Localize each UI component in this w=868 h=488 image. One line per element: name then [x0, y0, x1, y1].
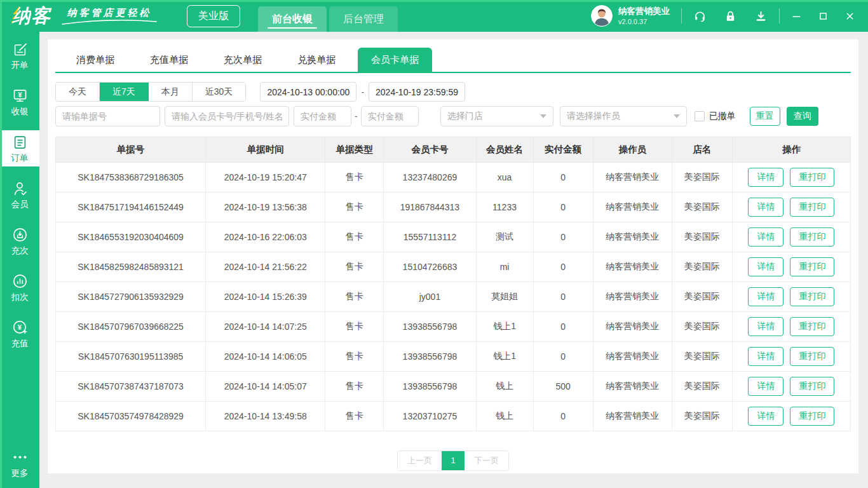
- end-date-input[interactable]: [369, 82, 465, 102]
- cell-order_no: SK1847517194146152449: [56, 193, 206, 222]
- reprint-button[interactable]: 重打印: [790, 227, 834, 247]
- sidebar-item-label: 会员: [11, 199, 29, 210]
- window-border-top: [0, 0, 868, 2]
- detail-button[interactable]: 详情: [748, 287, 783, 306]
- reprint-button[interactable]: 重打印: [790, 198, 834, 217]
- detail-button[interactable]: 详情: [748, 257, 783, 276]
- quick-range-button[interactable]: 本月: [149, 83, 193, 101]
- detail-button[interactable]: 详情: [748, 377, 783, 396]
- detail-button[interactable]: 详情: [748, 168, 783, 187]
- user-info[interactable]: 纳客营销美业 v2.0.0.37: [591, 5, 670, 27]
- reprint-button[interactable]: 重打印: [790, 347, 834, 366]
- amount-min-input[interactable]: [294, 106, 351, 126]
- tab-consume[interactable]: 消费单据: [63, 48, 128, 72]
- maximize-button[interactable]: [818, 11, 829, 22]
- app-slogan-block: 纳客管店更轻松: [61, 7, 158, 25]
- member-icon: [11, 180, 29, 197]
- close-button[interactable]: [844, 11, 855, 22]
- cell-order_no: SK1845825982485893121: [56, 252, 206, 282]
- download-button[interactable]: [754, 10, 768, 23]
- reprint-button[interactable]: 重打印: [790, 377, 834, 396]
- detail-button[interactable]: 详情: [748, 407, 783, 426]
- cell-member: xua: [476, 163, 533, 193]
- cell-amount: 0: [533, 163, 593, 193]
- reprint-button[interactable]: 重打印: [790, 168, 834, 187]
- order-no-input[interactable]: [55, 106, 160, 126]
- member-search-input[interactable]: [165, 106, 289, 126]
- detail-button[interactable]: 详情: [748, 347, 783, 366]
- search-filter-row: - 选择门店 请选择操作员 已撤单 重置 查询: [55, 106, 851, 126]
- column-header: 会员姓名: [476, 137, 533, 163]
- quick-range-button[interactable]: 近30天: [193, 83, 246, 101]
- cell-operator: 纳客营销美业: [593, 252, 672, 282]
- detail-button[interactable]: 详情: [748, 198, 783, 217]
- titlebar-icons: [693, 10, 768, 23]
- sidebar-item-deduct-times[interactable]: 扣次: [0, 269, 39, 306]
- cell-operator: 纳客营销美业: [593, 282, 672, 312]
- operator-select[interactable]: 请选择操作员: [560, 106, 687, 126]
- cell-actions: 详情重打印: [732, 312, 850, 342]
- app-logo: 纳客: [11, 6, 51, 25]
- next-page-button[interactable]: 下一页: [465, 451, 508, 470]
- recharge-times-icon: [11, 226, 29, 243]
- cell-amount: 0: [533, 252, 593, 282]
- reprint-button[interactable]: 重打印: [790, 407, 834, 426]
- cell-time: 2024-10-14 14:05:07: [206, 372, 325, 402]
- date-range-separator: -: [361, 87, 364, 97]
- column-header: 店名: [672, 137, 732, 163]
- minimize-button[interactable]: [791, 11, 802, 22]
- sidebar: 开单¥收银订单会员充次扣次¥充值更多: [0, 32, 39, 488]
- tab-member-card[interactable]: 会员卡单据: [358, 48, 432, 72]
- current-page-button[interactable]: 1: [442, 451, 465, 470]
- sidebar-item-recharge[interactable]: ¥充值: [0, 316, 39, 352]
- prev-page-button[interactable]: 上一页: [398, 451, 442, 470]
- sidebar-item-label: 收银: [11, 106, 29, 118]
- tab-recharge[interactable]: 充值单据: [137, 48, 201, 72]
- edition-badge[interactable]: 美业版: [187, 5, 240, 27]
- sidebar-item-label: 充次: [11, 245, 29, 257]
- sidebar-item-billing[interactable]: 开单: [0, 37, 39, 74]
- cell-order_no: SK1846553192030404609: [56, 222, 206, 252]
- maximize-icon: [818, 11, 829, 22]
- store-select[interactable]: 选择门店: [440, 106, 553, 126]
- sidebar-item-recharge-times[interactable]: 充次: [0, 223, 39, 259]
- column-header: 单据号: [56, 137, 206, 163]
- nav-tab-back-manage[interactable]: 后台管理: [329, 6, 398, 32]
- start-date-input[interactable]: [260, 82, 356, 102]
- sidebar-item-label: 充值: [11, 338, 29, 349]
- cell-operator: 纳客营销美业: [593, 193, 672, 222]
- revoked-checkbox[interactable]: [695, 111, 705, 121]
- reprint-button[interactable]: 重打印: [790, 287, 834, 306]
- cell-actions: 详情重打印: [732, 342, 850, 372]
- quick-range-button[interactable]: 近7天: [100, 83, 149, 101]
- column-header: 单据时间: [206, 137, 325, 163]
- cell-card_no: 13938556798: [384, 342, 476, 372]
- tab-exchange[interactable]: 兑换单据: [284, 48, 349, 72]
- sidebar-item-cashier[interactable]: ¥收银: [0, 84, 39, 120]
- customer-service-button[interactable]: [693, 10, 707, 23]
- sidebar-item-orders[interactable]: 订单: [0, 130, 39, 166]
- query-button[interactable]: 查询: [787, 107, 818, 126]
- reprint-button[interactable]: 重打印: [790, 317, 834, 336]
- reset-button[interactable]: 重置: [750, 107, 780, 126]
- table-row: SK18475383687291863052024-10-19 15:20:47…: [56, 163, 851, 193]
- sidebar-item-member[interactable]: 会员: [0, 177, 39, 213]
- cell-time: 2024-10-14 14:06:05: [206, 342, 325, 372]
- sidebar-item-more[interactable]: 更多: [0, 445, 39, 482]
- amount-max-input[interactable]: [361, 106, 419, 126]
- detail-button[interactable]: 详情: [748, 317, 783, 336]
- quick-range-button[interactable]: 今天: [56, 83, 100, 101]
- reprint-button[interactable]: 重打印: [790, 257, 834, 276]
- detail-button[interactable]: 详情: [748, 227, 783, 247]
- cell-type: 售卡: [325, 402, 384, 431]
- cell-type: 售卡: [325, 282, 384, 312]
- cell-time: 2024-10-16 22:06:03: [206, 222, 325, 252]
- more-icon: [11, 449, 29, 466]
- nav-tab-front-cashier[interactable]: 前台收银: [258, 6, 327, 32]
- tab-recharge-times[interactable]: 充次单据: [210, 48, 275, 72]
- table-row: SK18475171941461524492024-10-19 13:56:38…: [56, 193, 851, 222]
- cell-store: 美姿国际: [672, 163, 732, 193]
- cashier-icon: ¥: [11, 87, 29, 104]
- lock-button[interactable]: [724, 10, 737, 23]
- titlebar-divider: [681, 8, 682, 24]
